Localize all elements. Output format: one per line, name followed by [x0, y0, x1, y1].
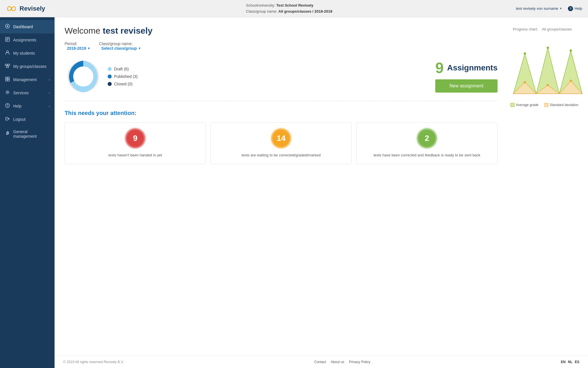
svg-rect-11 [8, 77, 9, 79]
sidebar-item-help[interactable]: ? Help › [0, 99, 55, 113]
management-icon [5, 76, 10, 83]
chart-area [510, 36, 582, 99]
help-label: Help [575, 6, 582, 11]
class-group-label: Class/group name: [99, 41, 133, 46]
new-assignment-button[interactable]: New assignment [435, 79, 498, 93]
attention-card-0: 9 texts haven't been handed in yet [65, 122, 206, 164]
progress-chart-svg [510, 36, 585, 99]
class-name: All groups/classes / 2018-2019 [278, 9, 332, 14]
user-dropdown[interactable]: test revisely von surname ▼ [516, 6, 562, 11]
class-group-dropdown[interactable]: Select class/group ▼ [101, 46, 141, 51]
footer-privacy[interactable]: Privacy Policy [349, 360, 370, 364]
closed-label: Closed (0) [114, 82, 133, 86]
legend-avg-grade: Average grade [510, 103, 539, 107]
help-button[interactable]: ? Help [568, 6, 582, 11]
std-dev-label: Standard deviation [550, 103, 579, 107]
class-label: Class/group name: [246, 9, 277, 14]
attention-desc-2: texts have been corrected and feedback i… [374, 152, 480, 158]
sidebar-item-my-groups[interactable]: My groups/classes [0, 60, 55, 73]
lang-en[interactable]: EN [561, 360, 566, 364]
assignments-label: Assignments [447, 63, 498, 72]
svg-text:?: ? [7, 104, 8, 107]
top-header: Revisely School/university: Test School … [0, 0, 588, 17]
school-name: Test School Revisely [276, 3, 313, 7]
school-label: School/university: [246, 3, 275, 7]
sidebar-item-label: My groups/classes [13, 64, 47, 69]
attention-card-2: 2 texts have been corrected and feedback… [356, 122, 498, 164]
attention-number-2: 2 [417, 128, 437, 148]
footer-links: Contact About us Privacy Policy [314, 360, 370, 364]
sidebar-item-management[interactable]: Management › [0, 73, 55, 86]
logo-icon [6, 5, 17, 12]
my-groups-icon [5, 63, 10, 70]
published-label: Published (3) [114, 74, 138, 79]
svg-point-14 [7, 91, 8, 93]
lang-nl[interactable]: NL [568, 360, 572, 364]
welcome-title: Welcome test revisely [65, 26, 498, 36]
std-dev-color [544, 103, 548, 107]
pie-legend: Draft (6) Published (3) Closed (0) [108, 67, 138, 86]
logo-area: Revisely [6, 5, 45, 12]
sidebar-item-label: General management [13, 129, 50, 139]
svg-point-31 [547, 84, 549, 86]
sidebar: Dashboard Assignments My students My gro… [0, 17, 55, 368]
draft-dot [108, 67, 112, 71]
svg-point-1 [7, 26, 8, 27]
sidebar-item-services[interactable]: Services › [0, 86, 55, 99]
svg-point-29 [570, 49, 572, 52]
sidebar-item-my-students[interactable]: My students [0, 47, 55, 60]
svg-point-19 [73, 66, 93, 87]
published-dot [108, 74, 112, 78]
svg-rect-12 [5, 79, 7, 81]
footer: © 2019 All rights reserved Revisely B.V.… [55, 356, 588, 368]
sidebar-item-logout[interactable]: Logout [0, 113, 55, 126]
chevron-right-icon: › [49, 104, 50, 108]
attention-number-0: 9 [125, 128, 145, 148]
sidebar-item-dashboard[interactable]: Dashboard [0, 20, 55, 33]
help-icon: ? [5, 103, 10, 109]
lang-es[interactable]: ES [575, 360, 579, 364]
welcome-name: test revisely [103, 26, 152, 35]
svg-point-30 [524, 81, 526, 83]
footer-copyright: © 2019 All rights reserved Revisely B.V. [63, 360, 124, 364]
logout-icon [5, 116, 10, 122]
assignments-icon [5, 37, 10, 43]
attention-title: This needs your attention: [65, 110, 498, 116]
attention-number-1: 14 [271, 128, 291, 148]
sidebar-item-label: Logout [13, 117, 26, 122]
chevron-down-icon: ▼ [559, 7, 562, 10]
svg-rect-10 [5, 77, 7, 79]
class-filter: Class/group name: Select class/group ▼ [99, 41, 141, 51]
assignments-section: 9 Assignments New assignment [435, 60, 498, 93]
footer-contact[interactable]: Contact [314, 360, 326, 364]
legend-published: Published (3) [108, 74, 138, 79]
svg-point-32 [570, 80, 572, 82]
period-value: 2018-2019 [67, 46, 86, 51]
avg-grade-label: Average grade [516, 103, 539, 107]
attention-card-1: 14 texts are waiting to be corrected/gra… [210, 122, 352, 164]
sidebar-item-assignments[interactable]: Assignments [0, 33, 55, 47]
chart-subtitle: All groups/classes [542, 27, 572, 31]
period-filter: Period: 2018-2019 ▼ [65, 41, 90, 51]
attention-cards: 9 texts haven't been handed in yet 14 te… [65, 122, 498, 164]
attention-section: This needs your attention: 9 texts haven… [65, 110, 498, 164]
svg-point-28 [547, 47, 549, 49]
help-circle-icon: ? [568, 6, 573, 11]
assignments-count: 9 [435, 60, 444, 75]
footer-about[interactable]: About us [331, 360, 344, 364]
svg-rect-9 [6, 66, 9, 68]
sidebar-item-label: My students [13, 51, 35, 55]
chart-title: Progress chart: [513, 27, 538, 31]
pie-chart [65, 58, 102, 95]
assignments-count-row: 9 Assignments [435, 60, 498, 75]
welcome-prefix: Welcome [65, 26, 103, 35]
svg-rect-13 [8, 79, 9, 81]
sidebar-item-general-management[interactable]: General management [0, 126, 55, 142]
user-name: test revisely von surname [516, 6, 558, 11]
period-dropdown[interactable]: 2018-2019 ▼ [67, 46, 90, 51]
main-content: Welcome test revisely Period: 2018-2019 … [55, 17, 508, 356]
right-column: Progress chart: All groups/classes [508, 17, 588, 356]
draft-label: Draft (6) [114, 67, 129, 71]
sidebar-item-label: Assignments [13, 38, 36, 42]
attention-desc-1: texts are waiting to be corrected/graded… [241, 152, 320, 158]
